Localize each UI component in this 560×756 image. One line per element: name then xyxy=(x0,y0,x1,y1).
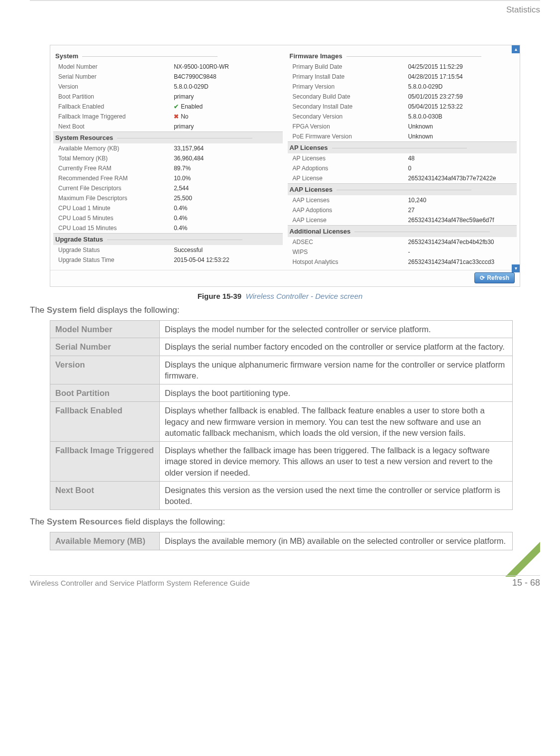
kv-row: AAP Adoptions27 xyxy=(288,205,517,215)
section-title: AAP Licenses xyxy=(288,183,517,195)
kv-key: Version xyxy=(58,83,174,90)
kv-row: FPGA VersionUnknown xyxy=(288,122,517,131)
kv-key: Primary Version xyxy=(293,83,408,90)
kv-value: Unknown xyxy=(408,133,515,140)
kv-row: Fallback Enabled✔Enabled xyxy=(53,102,283,112)
kv-value: 48 xyxy=(408,155,515,162)
kv-row: Primary Version5.8.0.0-029D xyxy=(288,82,517,92)
kv-row: Hotspot Analytics265324314234af471cac33c… xyxy=(288,257,517,267)
kv-value: - xyxy=(408,249,515,255)
kv-value: 05/04/2015 12:53:22 xyxy=(408,103,515,110)
refresh-button[interactable]: ⟳Refresh xyxy=(474,272,515,283)
figure-number: Figure 15-39 xyxy=(198,292,241,300)
kv-key: Upgrade Status Time xyxy=(58,256,174,263)
desc-cell: Displays whether the fallback image has … xyxy=(160,442,513,482)
check-icon: ✔ xyxy=(174,103,179,110)
term-cell: Version xyxy=(50,356,160,384)
desc-cell: Displays the available memory (in MB) av… xyxy=(160,532,513,550)
section-title: System Resources xyxy=(53,131,283,143)
desc-cell: Displays whether fallback is enabled. Th… xyxy=(160,402,513,442)
desc-cell: Displays the serial number factory encod… xyxy=(160,338,513,356)
kv-value: 0.4% xyxy=(174,205,280,212)
kv-row: CPU Load 15 Minutes0.4% xyxy=(53,223,283,233)
table-row: Available Memory (MB)Displays the availa… xyxy=(50,532,513,550)
device-screenshot: ▴ SystemModel NumberNX-9500-100R0-WRSeri… xyxy=(50,45,520,287)
kv-row: Secondary Install Date05/04/2015 12:53:2… xyxy=(288,102,517,112)
kv-value: 04/25/2015 11:52:29 xyxy=(408,63,515,70)
kv-key: Upgrade Status xyxy=(58,247,174,253)
table-row: Next BootDesignates this version as the … xyxy=(50,481,513,510)
desc-cell: Designates this version as the version u… xyxy=(160,481,513,510)
kv-row: Primary Install Date04/28/2015 17:15:54 xyxy=(288,72,517,82)
kv-row: Total Memory (KB)36,960,484 xyxy=(53,153,283,163)
kv-key: Secondary Version xyxy=(293,113,408,120)
kv-key: CPU Load 1 Minute xyxy=(58,205,174,212)
kv-value: 265324314234af47ecb4b42fb30 xyxy=(408,239,515,246)
kv-value: 0.4% xyxy=(174,215,280,222)
kv-key: Maximum File Descriptors xyxy=(58,195,174,202)
figure-caption: Figure 15-39 Wireless Controller - Devic… xyxy=(0,292,560,300)
kv-key: AP Licenses xyxy=(293,155,408,162)
kv-row: Boot Partitionprimary xyxy=(53,92,283,102)
kv-value: 5.8.0.0-030B xyxy=(408,113,515,120)
section-title: Additional Licenses xyxy=(288,225,517,237)
kv-key: Secondary Install Date xyxy=(293,103,408,110)
kv-key: Model Number xyxy=(58,63,174,70)
kv-value: Successful xyxy=(174,247,280,253)
kv-row: Model NumberNX-9500-100R0-WR xyxy=(53,62,283,72)
section-title: Upgrade Status xyxy=(53,233,283,245)
kv-value: 5.8.0.0-029D xyxy=(174,83,280,90)
desc-cell: Displays the boot partitioning type. xyxy=(160,384,513,402)
kv-key: Serial Number xyxy=(58,73,174,80)
kv-row: Currently Free RAM89.7% xyxy=(53,163,283,173)
kv-key: CPU Load 15 Minutes xyxy=(58,225,174,232)
kv-value: primary xyxy=(174,123,280,130)
kv-key: AAP Licenses xyxy=(293,197,408,204)
page-number: 15 - 68 xyxy=(512,578,540,588)
kv-value: NX-9500-100R0-WR xyxy=(174,63,280,70)
kv-value: 33,157,964 xyxy=(174,145,280,152)
kv-row: CPU Load 1 Minute0.4% xyxy=(53,203,283,213)
figure-title: Wireless Controller - Device screen xyxy=(245,292,362,300)
table-row: VersionDisplays the unique alphanumeric … xyxy=(50,356,513,384)
page-footer: Wireless Controller and Service Platform… xyxy=(30,575,540,588)
kv-row: AP Adoptions0 xyxy=(288,163,517,173)
kv-value: primary xyxy=(174,93,280,100)
table-row: Model NumberDisplays the model number fo… xyxy=(50,321,513,338)
term-cell: Serial Number xyxy=(50,338,160,356)
desc-cell: Displays the model number for the select… xyxy=(160,321,513,338)
kv-value: 265324314234af478ec59ae6d7f xyxy=(408,217,515,224)
kv-row: Secondary Version5.8.0.0-030B xyxy=(288,112,517,122)
kv-key: AP Adoptions xyxy=(293,165,408,172)
term-cell: Boot Partition xyxy=(50,384,160,402)
kv-key: Next Boot xyxy=(58,123,174,130)
kv-key: AP License xyxy=(293,175,408,182)
table-row: Serial NumberDisplays the serial number … xyxy=(50,338,513,356)
kv-row: AAP License265324314234af478ec59ae6d7f xyxy=(288,215,517,225)
kv-value: ✔Enabled xyxy=(174,103,280,110)
kv-key: Hotspot Analytics xyxy=(293,258,408,265)
kv-key: Secondary Build Date xyxy=(293,93,408,100)
kv-value: ✖No xyxy=(174,113,280,120)
kv-value: 0 xyxy=(408,165,515,172)
kv-key: Primary Install Date xyxy=(293,73,408,80)
kv-row: WIPS- xyxy=(288,247,517,257)
kv-key: CPU Load 5 Minutes xyxy=(58,215,174,222)
kv-value: 2015-05-04 12:53:22 xyxy=(174,256,280,263)
kv-key: AAP Adoptions xyxy=(293,207,408,214)
kv-value: 265324314234af473b77e72422e xyxy=(408,175,515,182)
desc-cell: Displays the unique alphanumeric firmwar… xyxy=(160,356,513,384)
term-cell: Fallback Image Triggered xyxy=(50,442,160,482)
breadcrumb: Statistics xyxy=(0,1,560,15)
scroll-down-icon[interactable]: ▾ xyxy=(512,264,520,272)
kv-value: 2,544 xyxy=(174,185,280,192)
section-title: System xyxy=(53,50,283,62)
table-row: Fallback Image TriggeredDisplays whether… xyxy=(50,442,513,482)
kv-row: AP Licenses48 xyxy=(288,153,517,163)
kv-key: Total Memory (KB) xyxy=(58,155,174,162)
kv-row: Secondary Build Date05/01/2015 23:27:59 xyxy=(288,92,517,102)
kv-key: WIPS xyxy=(293,249,408,255)
table-row: Boot PartitionDisplays the boot partitio… xyxy=(50,384,513,402)
kv-key: PoE Firmware Version xyxy=(293,133,408,140)
table-row: Fallback EnabledDisplays whether fallbac… xyxy=(50,402,513,442)
